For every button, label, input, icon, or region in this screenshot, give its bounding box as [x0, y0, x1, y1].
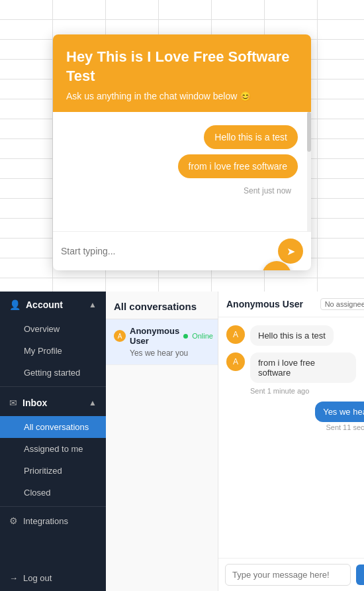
sidebar-item-integrations[interactable]: ⚙ Integrations: [0, 510, 106, 532]
chat-detail-messages: A Hello this is a test A from i love fre…: [218, 317, 364, 558]
chat-detail-header: Anonymous User No assignee ☆ ✓: [218, 292, 364, 317]
inbox-chevron-icon: ▲: [89, 398, 97, 407]
sidebar-item-prioritized[interactable]: Prioritized: [0, 460, 106, 482]
detail-msg-row-2: A from i love free software: [226, 352, 364, 383]
inbox-icon: ✉: [9, 398, 17, 408]
logout-icon: →: [9, 573, 18, 583]
chat-bubble-2: from i love free software: [178, 154, 298, 178]
chat-send-button[interactable]: ➤: [278, 239, 303, 264]
conv-header: A Anonymous User Online: [114, 326, 210, 346]
sidebar-inbox-header[interactable]: ✉ Inbox ▲: [0, 390, 106, 416]
sidebar-inbox-title: Inbox: [23, 398, 47, 408]
sidebar-item-my-profile[interactable]: My Profile: [0, 340, 106, 362]
sidebar-account-header[interactable]: 👤 Account ▲: [0, 292, 106, 318]
scrollbar[interactable]: [307, 112, 311, 231]
sidebar-item-getting-started[interactable]: Getting started: [0, 362, 106, 384]
conv-avatar: A: [114, 330, 126, 342]
sidebar-item-all-conversations[interactable]: All conversations: [0, 416, 106, 438]
conv-name: Anonymous User: [130, 326, 179, 346]
chat-header: Hey This is I Love Free Software Test As…: [53, 34, 311, 112]
sidebar-divider-2: [0, 506, 106, 507]
chat-bubble-1: Hello this is a test: [204, 125, 298, 149]
detail-avatar-2: A: [226, 352, 245, 371]
chat-messages: Hello this is a test from i love free so…: [53, 112, 311, 202]
sidebar-logout[interactable]: → Log out: [0, 565, 106, 591]
chat-timestamp: Sent just now: [244, 186, 298, 195]
sidebar-inbox-header-left: ✉ Inbox: [9, 398, 47, 408]
sidebar-logout-label: Log out: [23, 573, 52, 583]
detail-msg-row-1: A Hello this is a test: [226, 325, 364, 346]
chat-messages-area: Hello this is a test from i love free so…: [53, 112, 311, 231]
account-icon: 👤: [9, 299, 21, 310]
sidebar-item-assigned-to-me[interactable]: Assigned to me: [0, 438, 106, 460]
detail-reply-timestamp: Sent 11 seconds ago: [315, 423, 364, 431]
no-assignee-badge: No assignee: [320, 298, 364, 310]
sidebar-integrations-label: Integrations: [23, 516, 68, 526]
detail-user-name: Anonymous User: [226, 299, 303, 309]
sidebar-account-title: Account: [26, 299, 63, 310]
detail-reply-row: Yes we hear you Sent 11 seconds ago: [226, 402, 364, 431]
sidebar-item-closed[interactable]: Closed: [0, 482, 106, 504]
sidebar-account-header-left: 👤 Account: [9, 299, 63, 310]
conv-status-label: Online: [192, 332, 213, 340]
integrations-icon: ⚙: [9, 515, 18, 526]
detail-send-button[interactable]: Send: [356, 564, 364, 585]
sidebar-inbox-section: ✉ Inbox ▲ All conversations Assigned to …: [0, 390, 106, 504]
detail-avatar-1: A: [226, 325, 245, 344]
chat-header-subtitle: Ask us anything in the chat window below…: [66, 91, 298, 101]
sidebar-account-section: 👤 Account ▲ Overview My Profile Getting …: [0, 292, 106, 384]
conversations-panel-title: All conversations: [106, 292, 218, 319]
app-layout: 👤 Account ▲ Overview My Profile Getting …: [0, 292, 364, 591]
chat-widget: Hey This is I Love Free Software Test As…: [53, 34, 311, 270]
detail-msg-timestamp: Sent 1 minute ago: [226, 387, 364, 395]
sidebar: 👤 Account ▲ Overview My Profile Getting …: [0, 292, 106, 591]
chat-detail-input-area: Send: [218, 558, 364, 591]
chat-detail-panel: Anonymous User No assignee ☆ ✓ A Hello t…: [218, 292, 364, 591]
detail-reply-bubble: Yes we hear you: [315, 402, 364, 422]
detail-header-right: No assignee ☆ ✓: [320, 298, 364, 310]
conv-preview: Yes we hear you: [114, 349, 210, 358]
chat-input[interactable]: [61, 246, 273, 256]
sidebar-item-overview[interactable]: Overview: [0, 318, 106, 340]
detail-message-input[interactable]: [225, 564, 351, 586]
conversation-item-1[interactable]: A Anonymous User Online Yes we hear you: [106, 319, 218, 365]
conversations-panel: All conversations A Anonymous User Onlin…: [106, 292, 218, 591]
account-chevron-icon: ▲: [89, 300, 97, 309]
detail-bubble-2: from i love free software: [250, 352, 356, 383]
sidebar-divider: [0, 386, 106, 387]
chat-overlay: Hey This is I Love Free Software Test As…: [0, 0, 364, 292]
conv-status-dot: [183, 334, 188, 339]
detail-bubble-1: Hello this is a test: [250, 325, 334, 346]
scrollbar-thumb[interactable]: [307, 112, 311, 152]
chat-header-title: Hey This is I Love Free Software Test: [66, 48, 298, 85]
